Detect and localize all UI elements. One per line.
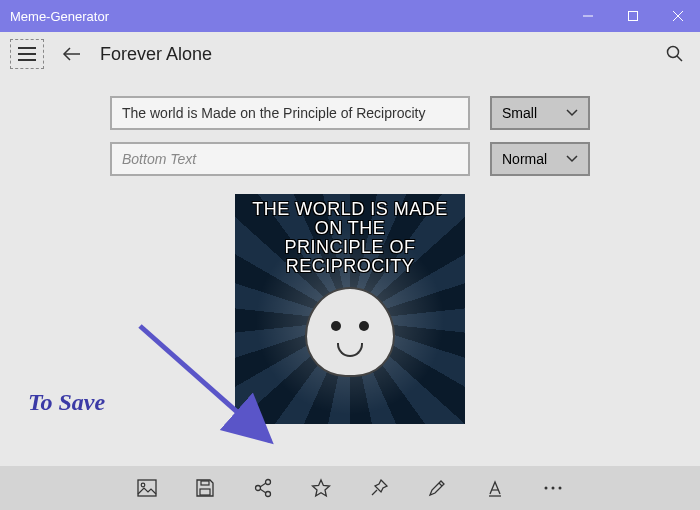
share-icon [253,478,273,498]
bottom-text-input[interactable] [110,142,470,176]
edit-button[interactable] [423,474,451,502]
minimize-icon [583,11,593,21]
hamburger-button[interactable] [10,39,44,69]
back-arrow-icon [61,46,81,62]
image-button[interactable] [133,474,161,502]
share-button[interactable] [249,474,277,502]
meme-preview: THE WORLD IS MADE ON THEPRINCIPLE OF REC… [235,194,465,424]
svg-point-17 [266,492,271,497]
chevron-down-icon [566,155,578,163]
top-size-select[interactable]: Small [490,96,590,130]
font-icon [485,478,505,498]
bottom-text-row: Normal [110,142,590,176]
window-title: Meme-Generator [0,9,565,24]
top-text-row: Small [110,96,590,130]
annotation-label: To Save [28,389,105,416]
svg-line-9 [677,56,682,61]
svg-point-25 [545,487,548,490]
svg-rect-14 [201,481,209,485]
favorite-button[interactable] [307,474,335,502]
search-icon [666,45,684,63]
top-size-value: Small [502,105,537,121]
svg-point-15 [256,486,261,491]
svg-point-27 [559,487,562,490]
font-button[interactable] [481,474,509,502]
top-text-input[interactable] [110,96,470,130]
svg-point-8 [668,47,679,58]
back-button[interactable] [56,39,86,69]
meme-top-text: THE WORLD IS MADE ON THEPRINCIPLE OF REC… [235,194,465,276]
svg-line-18 [260,483,266,487]
star-icon [311,478,331,498]
more-button[interactable] [539,474,567,502]
svg-rect-11 [138,480,156,496]
page-title: Forever Alone [100,44,660,65]
header-bar: Forever Alone [0,32,700,76]
svg-marker-20 [313,480,330,496]
maximize-icon [628,11,638,21]
pencil-icon [427,478,447,498]
chevron-down-icon [566,109,578,117]
svg-point-12 [141,483,145,487]
svg-point-26 [552,487,555,490]
bottom-toolbar [0,466,700,510]
hamburger-icon [18,47,36,61]
minimize-button[interactable] [565,0,610,32]
svg-line-22 [439,483,442,486]
svg-line-19 [260,489,266,493]
search-button[interactable] [660,39,690,69]
close-button[interactable] [655,0,700,32]
pin-button[interactable] [365,474,393,502]
svg-line-21 [372,490,377,495]
more-icon [543,485,563,491]
bottom-size-value: Normal [502,151,547,167]
image-icon [137,479,157,497]
close-icon [673,11,683,21]
content-area: Small Normal THE WORLD IS MADE ON THEPRI… [0,76,700,466]
svg-rect-1 [628,12,637,21]
svg-rect-13 [200,489,210,495]
save-button[interactable] [191,474,219,502]
svg-point-16 [266,480,271,485]
save-icon [195,478,215,498]
pin-icon [369,478,389,498]
maximize-button[interactable] [610,0,655,32]
bottom-size-select[interactable]: Normal [490,142,590,176]
forever-alone-face [305,287,395,377]
window-titlebar: Meme-Generator [0,0,700,32]
